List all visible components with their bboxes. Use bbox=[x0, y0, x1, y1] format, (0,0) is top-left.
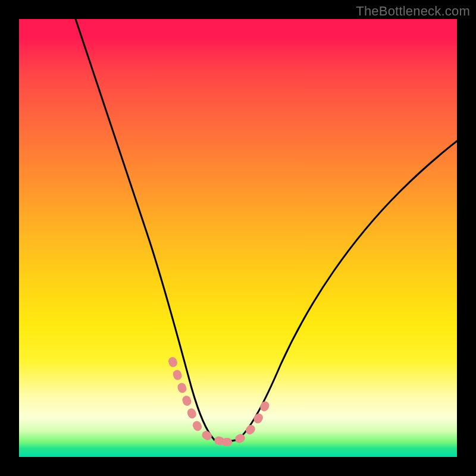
attribution-text: TheBottleneck.com bbox=[356, 4, 470, 19]
curves-svg bbox=[19, 19, 457, 457]
chart-frame: TheBottleneck.com bbox=[0, 0, 476, 476]
pink-overlay-right bbox=[226, 397, 269, 442]
plot-area bbox=[19, 19, 457, 457]
right-curve bbox=[238, 141, 457, 440]
left-curve bbox=[76, 19, 214, 440]
pink-overlay-left bbox=[173, 361, 226, 442]
